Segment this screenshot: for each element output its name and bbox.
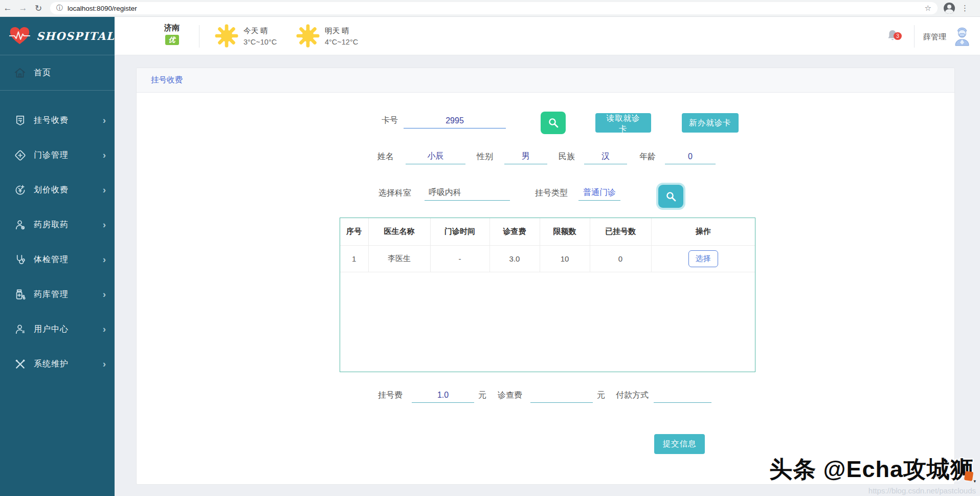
- chevron-right-icon: ›: [103, 115, 106, 126]
- sidebar-item-registration[interactable]: 挂号收费 ›: [0, 103, 115, 138]
- cell-action: 选择: [651, 245, 755, 272]
- yuan-unit-label: 元: [597, 390, 605, 401]
- notification-count-badge: 3: [894, 32, 902, 40]
- sidebar-item-drugstore[interactable]: 药库管理 ›: [0, 277, 115, 312]
- sidebar-item-outpatient[interactable]: 门诊管理 ›: [0, 138, 115, 172]
- sidebar-item-user-center[interactable]: 用户中心 ›: [0, 312, 115, 347]
- header-divider: [199, 25, 199, 48]
- sidebar-item-label: 药房取药: [34, 220, 69, 230]
- age-input[interactable]: [665, 149, 716, 164]
- register-fee-input[interactable]: [412, 387, 474, 403]
- app-logo: SHOSPITAL: [0, 17, 115, 55]
- sidebar-menu: 挂号收费 › 门诊管理 › 划价收费 ›: [0, 91, 115, 381]
- doctor-table: 序号 医生名称 门诊时间 诊查费 限额数 已挂号数 操作 1 李医生: [340, 218, 755, 372]
- col-header-fee: 诊查费: [489, 218, 540, 245]
- registration-panel: 挂号收费 卡号 读取就诊卡 新办就诊卡 姓名 性别: [136, 68, 955, 485]
- sidebar-item-home[interactable]: 首页: [0, 55, 115, 90]
- browser-menu-icon[interactable]: ⋮: [961, 4, 969, 13]
- main-content: 挂号收费 卡号 读取就诊卡 新办就诊卡 姓名 性别: [115, 55, 980, 496]
- gender-input[interactable]: [504, 149, 547, 164]
- register-type-input[interactable]: [578, 185, 620, 201]
- cell-quota: 10: [540, 245, 590, 272]
- col-header-registered: 已挂号数: [590, 218, 651, 245]
- doctor-search-button[interactable]: [658, 185, 683, 208]
- yen-circle-icon: [13, 183, 27, 197]
- notifications-button[interactable]: 3: [887, 29, 898, 41]
- table-header-row: 序号 医生名称 门诊时间 诊查费 限额数 已挂号数 操作: [340, 218, 755, 245]
- name-input[interactable]: [406, 149, 465, 164]
- browser-refresh-icon[interactable]: ↻: [31, 3, 46, 14]
- name-label: 姓名: [377, 152, 394, 162]
- col-header-action: 操作: [651, 218, 755, 245]
- home-icon: [13, 66, 27, 79]
- watermark-caret: ▾: [973, 479, 976, 484]
- sidebar-item-label: 挂号收费: [34, 115, 69, 126]
- col-header-time: 门诊时间: [430, 218, 489, 245]
- panel-header: 挂号收费: [137, 68, 954, 93]
- ethnicity-input[interactable]: [584, 149, 627, 164]
- exam-fee-input[interactable]: [530, 387, 593, 403]
- chevron-right-icon: ›: [103, 254, 106, 265]
- weather-today: 今天 晴 3°C~10°C: [215, 24, 277, 48]
- header-divider: [914, 25, 915, 48]
- sidebar: SHOSPITAL 首页 挂号收费 › 门诊管理: [0, 17, 115, 496]
- watermark-url: https://blog.csdn.net/pastclouds: [868, 486, 976, 495]
- air-quality-badge: 优: [165, 35, 179, 45]
- panel-title: 挂号收费: [151, 75, 183, 85]
- city-name: 济南: [164, 23, 180, 33]
- watermark-sticker: [964, 471, 973, 481]
- medicine-bottle-icon: [13, 288, 27, 301]
- stethoscope-icon: [13, 253, 27, 266]
- person-pill-icon: [13, 218, 27, 231]
- age-label: 年龄: [639, 152, 656, 162]
- chevron-right-icon: ›: [103, 358, 106, 370]
- chevron-right-icon: ›: [103, 289, 106, 300]
- search-icon: [547, 117, 560, 129]
- col-header-doctor: 医生名称: [368, 218, 430, 245]
- user-menu[interactable]: 薛管理: [923, 27, 972, 47]
- exam-fee-label: 诊查费: [498, 390, 522, 401]
- chevron-right-icon: ›: [103, 219, 106, 230]
- site-info-icon[interactable]: ⓘ: [56, 4, 63, 13]
- sidebar-item-label: 药库管理: [34, 289, 69, 300]
- sidebar-item-maintenance[interactable]: 系统维护 ›: [0, 347, 115, 381]
- chevron-right-icon: ›: [103, 184, 106, 196]
- submit-button[interactable]: 提交信息: [654, 434, 705, 454]
- register-type-label: 挂号类型: [535, 188, 568, 199]
- payment-method-input[interactable]: [654, 387, 711, 403]
- search-icon: [665, 190, 677, 203]
- watermark-text: 头条 @Echa攻城狮: [769, 454, 974, 485]
- doctor-avatar: [952, 27, 972, 47]
- card-number-input[interactable]: [404, 113, 506, 128]
- panel-body: 卡号 读取就诊卡 新办就诊卡 姓名 性别 民族: [137, 93, 954, 485]
- url-text[interactable]: localhost:8090/register: [68, 5, 925, 12]
- sidebar-item-label: 用户中心: [34, 324, 69, 335]
- sidebar-item-pricing[interactable]: 划价收费 ›: [0, 172, 115, 207]
- address-bar[interactable]: ⓘ localhost:8090/register ☆: [50, 2, 938, 14]
- heart-ecg-icon: [9, 26, 30, 46]
- sun-icon: [296, 24, 320, 48]
- card-search-button[interactable]: [541, 112, 566, 134]
- new-card-button[interactable]: 新办就诊卡: [682, 113, 739, 133]
- weather-today-temp: 3°C~10°C: [243, 38, 277, 46]
- sidebar-item-label: 门诊管理: [34, 150, 69, 161]
- sidebar-item-label: 体检管理: [34, 254, 69, 265]
- col-header-quota: 限额数: [540, 218, 590, 245]
- bookmark-star-icon[interactable]: ☆: [925, 4, 931, 13]
- cell-doctor: 李医生: [368, 245, 430, 272]
- sun-icon: [215, 24, 238, 48]
- browser-back-icon[interactable]: ←: [0, 3, 15, 13]
- read-card-button[interactable]: 读取就诊卡: [595, 113, 651, 133]
- ethnicity-label: 民族: [559, 152, 575, 162]
- browser-forward-icon[interactable]: →: [15, 3, 31, 13]
- sidebar-item-checkup[interactable]: 体检管理 ›: [0, 242, 115, 277]
- registration-badge-icon: [13, 114, 27, 127]
- department-input[interactable]: [425, 185, 510, 201]
- cell-index: 1: [340, 245, 368, 272]
- gender-label: 性别: [477, 152, 493, 162]
- browser-profile-avatar[interactable]: [944, 3, 955, 14]
- sidebar-item-pharmacy[interactable]: 药房取药 ›: [0, 207, 115, 242]
- col-header-index: 序号: [340, 218, 368, 245]
- weather-today-label: 今天 晴: [243, 26, 277, 36]
- select-doctor-button[interactable]: 选择: [688, 250, 718, 267]
